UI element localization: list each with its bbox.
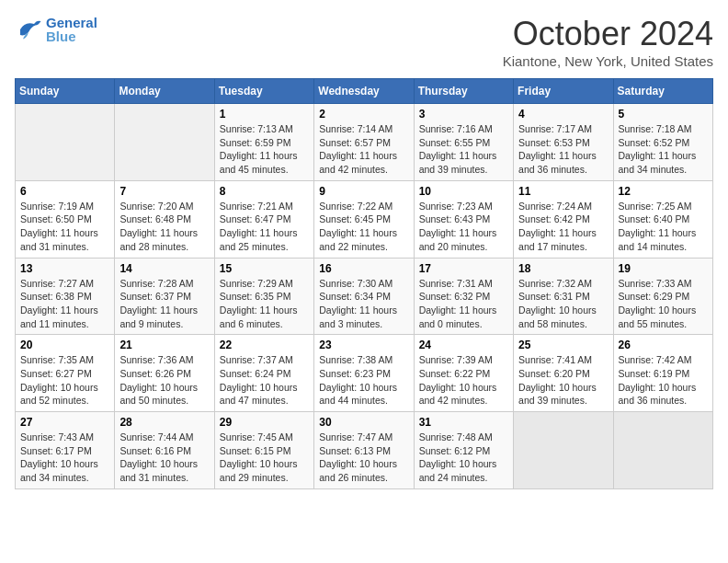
day-number: 4 bbox=[518, 108, 608, 121]
day-info: Sunrise: 7:35 AM Sunset: 6:27 PM Dayligh… bbox=[20, 353, 109, 408]
weekday-header-thursday: Thursday bbox=[414, 79, 513, 104]
day-number: 24 bbox=[419, 339, 508, 351]
calendar-day-cell: 29Sunrise: 7:45 AM Sunset: 6:15 PM Dayli… bbox=[214, 412, 313, 489]
logo-text: General Blue bbox=[46, 15, 97, 44]
day-info: Sunrise: 7:44 AM Sunset: 6:16 PM Dayligh… bbox=[119, 431, 209, 485]
calendar-day-cell: 31Sunrise: 7:48 AM Sunset: 6:12 PM Dayli… bbox=[414, 412, 513, 489]
calendar-day-cell: 1Sunrise: 7:13 AM Sunset: 6:59 PM Daylig… bbox=[214, 104, 313, 181]
empty-cell bbox=[613, 412, 712, 489]
calendar-day-cell: 25Sunrise: 7:41 AM Sunset: 6:20 PM Dayli… bbox=[514, 335, 613, 412]
day-number: 17 bbox=[419, 262, 508, 275]
calendar-day-cell: 18Sunrise: 7:32 AM Sunset: 6:31 PM Dayli… bbox=[514, 258, 613, 335]
day-number: 10 bbox=[419, 185, 508, 198]
day-number: 11 bbox=[518, 185, 608, 198]
day-info: Sunrise: 7:33 AM Sunset: 6:29 PM Dayligh… bbox=[619, 277, 708, 331]
day-info: Sunrise: 7:28 AM Sunset: 6:37 PM Dayligh… bbox=[119, 277, 209, 331]
day-info: Sunrise: 7:24 AM Sunset: 6:42 PM Dayligh… bbox=[518, 200, 608, 254]
day-number: 8 bbox=[220, 185, 309, 198]
day-number: 13 bbox=[20, 262, 109, 275]
day-number: 14 bbox=[119, 262, 209, 275]
day-info: Sunrise: 7:20 AM Sunset: 6:48 PM Dayligh… bbox=[119, 200, 209, 254]
calendar-day-cell: 26Sunrise: 7:42 AM Sunset: 6:19 PM Dayli… bbox=[613, 335, 712, 412]
weekday-header-saturday: Saturday bbox=[613, 79, 712, 104]
day-number: 9 bbox=[319, 185, 408, 198]
calendar-week-row: 20Sunrise: 7:35 AM Sunset: 6:27 PM Dayli… bbox=[16, 335, 713, 412]
day-number: 22 bbox=[220, 339, 309, 351]
calendar-week-row: 6Sunrise: 7:19 AM Sunset: 6:50 PM Daylig… bbox=[16, 180, 713, 258]
day-number: 25 bbox=[518, 339, 608, 351]
day-info: Sunrise: 7:41 AM Sunset: 6:20 PM Dayligh… bbox=[518, 353, 608, 408]
logo-icon bbox=[15, 16, 42, 43]
day-number: 21 bbox=[119, 339, 209, 351]
day-info: Sunrise: 7:23 AM Sunset: 6:43 PM Dayligh… bbox=[419, 200, 508, 254]
calendar-day-cell: 4Sunrise: 7:17 AM Sunset: 6:53 PM Daylig… bbox=[514, 104, 613, 181]
calendar-day-cell: 24Sunrise: 7:39 AM Sunset: 6:22 PM Dayli… bbox=[414, 335, 513, 412]
calendar-day-cell: 21Sunrise: 7:36 AM Sunset: 6:26 PM Dayli… bbox=[115, 335, 214, 412]
day-number: 26 bbox=[619, 339, 708, 351]
weekday-header-friday: Friday bbox=[514, 79, 613, 104]
calendar-body: 1Sunrise: 7:13 AM Sunset: 6:59 PM Daylig… bbox=[16, 104, 713, 489]
day-info: Sunrise: 7:36 AM Sunset: 6:26 PM Dayligh… bbox=[119, 353, 209, 408]
calendar-week-row: 27Sunrise: 7:43 AM Sunset: 6:17 PM Dayli… bbox=[16, 412, 713, 489]
day-info: Sunrise: 7:32 AM Sunset: 6:31 PM Dayligh… bbox=[518, 277, 608, 331]
empty-cell bbox=[115, 104, 214, 181]
day-info: Sunrise: 7:14 AM Sunset: 6:57 PM Dayligh… bbox=[319, 122, 408, 177]
day-info: Sunrise: 7:45 AM Sunset: 6:15 PM Dayligh… bbox=[220, 431, 309, 485]
day-info: Sunrise: 7:31 AM Sunset: 6:32 PM Dayligh… bbox=[419, 277, 508, 331]
day-number: 6 bbox=[20, 185, 109, 198]
calendar-day-cell: 2Sunrise: 7:14 AM Sunset: 6:57 PM Daylig… bbox=[314, 104, 414, 181]
calendar-day-cell: 19Sunrise: 7:33 AM Sunset: 6:29 PM Dayli… bbox=[613, 258, 712, 335]
day-info: Sunrise: 7:13 AM Sunset: 6:59 PM Dayligh… bbox=[220, 122, 309, 177]
day-number: 31 bbox=[419, 416, 508, 429]
calendar-day-cell: 27Sunrise: 7:43 AM Sunset: 6:17 PM Dayli… bbox=[16, 412, 115, 489]
calendar-day-cell: 15Sunrise: 7:29 AM Sunset: 6:35 PM Dayli… bbox=[214, 258, 313, 335]
day-number: 15 bbox=[220, 262, 309, 275]
day-info: Sunrise: 7:42 AM Sunset: 6:19 PM Dayligh… bbox=[619, 353, 708, 408]
day-info: Sunrise: 7:30 AM Sunset: 6:34 PM Dayligh… bbox=[319, 277, 408, 331]
day-info: Sunrise: 7:37 AM Sunset: 6:24 PM Dayligh… bbox=[220, 353, 309, 408]
calendar-header-row: SundayMondayTuesdayWednesdayThursdayFrid… bbox=[16, 79, 713, 104]
calendar-day-cell: 16Sunrise: 7:30 AM Sunset: 6:34 PM Dayli… bbox=[314, 258, 414, 335]
weekday-header-wednesday: Wednesday bbox=[314, 79, 414, 104]
calendar-day-cell: 30Sunrise: 7:47 AM Sunset: 6:13 PM Dayli… bbox=[314, 412, 414, 489]
calendar-day-cell: 22Sunrise: 7:37 AM Sunset: 6:24 PM Dayli… bbox=[214, 335, 313, 412]
day-number: 28 bbox=[119, 416, 209, 429]
day-number: 16 bbox=[319, 262, 408, 275]
calendar-day-cell: 3Sunrise: 7:16 AM Sunset: 6:55 PM Daylig… bbox=[414, 104, 513, 181]
day-number: 29 bbox=[220, 416, 309, 429]
calendar-day-cell: 11Sunrise: 7:24 AM Sunset: 6:42 PM Dayli… bbox=[514, 180, 613, 258]
calendar-day-cell: 13Sunrise: 7:27 AM Sunset: 6:38 PM Dayli… bbox=[16, 258, 115, 335]
day-info: Sunrise: 7:39 AM Sunset: 6:22 PM Dayligh… bbox=[419, 353, 508, 408]
empty-cell bbox=[514, 412, 613, 489]
calendar-day-cell: 12Sunrise: 7:25 AM Sunset: 6:40 PM Dayli… bbox=[613, 180, 712, 258]
day-info: Sunrise: 7:16 AM Sunset: 6:55 PM Dayligh… bbox=[419, 122, 508, 177]
day-info: Sunrise: 7:27 AM Sunset: 6:38 PM Dayligh… bbox=[20, 277, 109, 331]
weekday-header-monday: Monday bbox=[115, 79, 214, 104]
day-number: 27 bbox=[20, 416, 109, 429]
calendar-day-cell: 17Sunrise: 7:31 AM Sunset: 6:32 PM Dayli… bbox=[414, 258, 513, 335]
day-number: 30 bbox=[319, 416, 408, 429]
calendar-day-cell: 20Sunrise: 7:35 AM Sunset: 6:27 PM Dayli… bbox=[16, 335, 115, 412]
calendar-week-row: 13Sunrise: 7:27 AM Sunset: 6:38 PM Dayli… bbox=[16, 258, 713, 335]
day-info: Sunrise: 7:18 AM Sunset: 6:52 PM Dayligh… bbox=[619, 122, 708, 177]
month-title: October 2024 bbox=[503, 15, 713, 53]
calendar-day-cell: 23Sunrise: 7:38 AM Sunset: 6:23 PM Dayli… bbox=[314, 335, 414, 412]
day-number: 3 bbox=[419, 108, 508, 121]
day-info: Sunrise: 7:19 AM Sunset: 6:50 PM Dayligh… bbox=[20, 200, 109, 254]
day-info: Sunrise: 7:21 AM Sunset: 6:47 PM Dayligh… bbox=[220, 200, 309, 254]
day-number: 5 bbox=[619, 108, 708, 121]
calendar-day-cell: 6Sunrise: 7:19 AM Sunset: 6:50 PM Daylig… bbox=[16, 180, 115, 258]
calendar-table: SundayMondayTuesdayWednesdayThursdayFrid… bbox=[15, 78, 713, 489]
day-info: Sunrise: 7:22 AM Sunset: 6:45 PM Dayligh… bbox=[319, 200, 408, 254]
day-info: Sunrise: 7:47 AM Sunset: 6:13 PM Dayligh… bbox=[319, 431, 408, 485]
day-info: Sunrise: 7:38 AM Sunset: 6:23 PM Dayligh… bbox=[319, 353, 408, 408]
day-number: 20 bbox=[20, 339, 109, 351]
day-number: 19 bbox=[619, 262, 708, 275]
day-info: Sunrise: 7:29 AM Sunset: 6:35 PM Dayligh… bbox=[220, 277, 309, 331]
day-info: Sunrise: 7:43 AM Sunset: 6:17 PM Dayligh… bbox=[20, 431, 109, 485]
weekday-header-tuesday: Tuesday bbox=[214, 79, 313, 104]
day-number: 23 bbox=[319, 339, 408, 351]
empty-cell bbox=[16, 104, 115, 181]
calendar-day-cell: 10Sunrise: 7:23 AM Sunset: 6:43 PM Dayli… bbox=[414, 180, 513, 258]
day-number: 2 bbox=[319, 108, 408, 121]
